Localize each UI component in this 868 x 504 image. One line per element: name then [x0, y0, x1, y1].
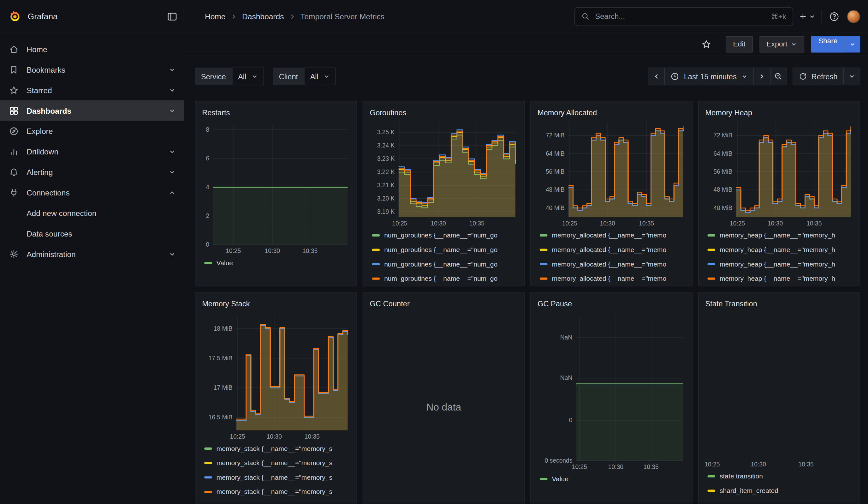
sidebar-item-drilldown[interactable]: Drilldown — [0, 141, 184, 162]
svg-text:16.5 MiB: 16.5 MiB — [209, 414, 232, 421]
sidebar-item-add-new-connection[interactable]: Add new connection — [0, 203, 184, 223]
legend: num_goroutines {__name__="num_gonum_goro… — [370, 228, 518, 286]
search-input[interactable] — [595, 12, 766, 21]
chevron-up-icon[interactable] — [169, 189, 175, 196]
svg-text:72 MiB: 72 MiB — [713, 132, 732, 138]
edit-button[interactable]: Edit — [726, 36, 753, 52]
panel-title[interactable]: GC Counter — [370, 297, 518, 311]
share-dropdown-button[interactable] — [845, 36, 860, 52]
time-series-chart[interactable]: 10:2510:3010:3518 MiB17.5 MiB17 MiB16.5 … — [202, 311, 351, 442]
breadcrumb-dashboards[interactable]: Dashboards — [242, 12, 284, 21]
sidebar-item-alerting[interactable]: Alerting — [0, 162, 184, 182]
sidebar-item-starred[interactable]: Starred — [0, 80, 184, 101]
svg-text:0: 0 — [206, 241, 209, 248]
legend-item[interactable]: memory_allocated {__name__="memo — [540, 228, 685, 243]
chevron-down-icon — [848, 73, 855, 80]
time-shift-back-button[interactable] — [648, 68, 665, 85]
dashboard-main: Edit Export Share — [184, 33, 868, 504]
legend-item[interactable]: num_goroutines {__name__="num_go — [372, 243, 518, 257]
export-button[interactable]: Export — [760, 36, 805, 52]
mega-menu-toggle-icon[interactable] — [167, 11, 178, 22]
help-button[interactable] — [827, 8, 841, 25]
time-series-chart[interactable]: 10:2510:3010:35 — [705, 311, 854, 469]
share-button[interactable]: Share — [811, 36, 845, 52]
chevron-down-icon[interactable] — [169, 86, 175, 93]
legend-item[interactable]: memory_stack {__name__="memory_s — [204, 485, 350, 499]
sidebar-item-label: Starred — [27, 85, 52, 94]
legend-item[interactable]: num_goroutines {__name__="num_go — [372, 257, 518, 271]
sidebar-item-dashboards[interactable]: Dashboards — [0, 100, 184, 121]
legend-label: memory_heap {__name__="memory_h — [720, 260, 835, 268]
legend-item[interactable]: memory_allocated {__name__="memo — [540, 243, 685, 257]
client-value-dropdown[interactable]: All — [304, 68, 336, 85]
panel-title[interactable]: State Transition — [705, 297, 853, 311]
legend-item[interactable]: memory_heap {__name__="memory_h — [707, 271, 853, 286]
legend-item[interactable]: shard_item_created — [707, 483, 853, 498]
panel-state-transition: State Transition 10:2510:3010:35 state t… — [698, 292, 860, 503]
sidebar-item-label: Bookmarks — [27, 65, 65, 74]
chevron-down-icon[interactable] — [169, 66, 175, 73]
chevron-down-icon — [809, 13, 815, 20]
legend-item[interactable]: state transition — [707, 469, 853, 483]
legend-item[interactable]: memory_heap {__name__="memory_h — [707, 257, 853, 271]
zoom-out-button[interactable] — [770, 68, 787, 85]
legend-swatch — [372, 248, 380, 251]
chevron-down-icon[interactable] — [169, 169, 175, 175]
chevron-down-icon[interactable] — [169, 107, 175, 114]
refresh-button[interactable]: Refresh — [793, 68, 844, 85]
sidebar-item-connections[interactable]: Connections — [0, 182, 184, 203]
legend-item[interactable]: memory_allocated {__name__="memo — [540, 271, 685, 286]
search-box[interactable]: ⌘+k — [574, 7, 794, 26]
service-value-dropdown[interactable]: All — [232, 68, 264, 85]
legend-item[interactable]: memory_stack {__name__="memory_s — [204, 442, 350, 456]
svg-text:72 MiB: 72 MiB — [546, 132, 565, 138]
time-series-chart[interactable]: 10:2510:3010:3586420 — [202, 120, 351, 256]
panel-title[interactable]: Restarts — [202, 106, 350, 120]
panel-title[interactable]: GC Pause — [538, 297, 685, 311]
sidebar-item-label: Data sources — [27, 229, 72, 238]
legend-item[interactable]: num_goroutines {__name__="num_go — [372, 271, 518, 286]
share-split-button: Share — [811, 36, 860, 52]
panel-title[interactable]: Memory Stack — [202, 297, 350, 311]
legend-item[interactable]: num_goroutines {__name__="num_go — [372, 228, 518, 243]
breadcrumb-home[interactable]: Home — [205, 12, 226, 21]
legend-item[interactable]: Value — [540, 472, 685, 486]
refresh-interval-dropdown[interactable] — [843, 68, 860, 85]
legend-item[interactable]: memory_stack {__name__="memory_s — [204, 456, 350, 470]
sidebar-item-bookmarks[interactable]: Bookmarks — [0, 59, 184, 80]
chevron-down-icon[interactable] — [169, 251, 175, 257]
legend-item[interactable]: memory_heap {__name__="memory_h — [707, 243, 853, 257]
sidebar-item-home[interactable]: Home — [0, 39, 184, 59]
svg-text:10:35: 10:35 — [302, 248, 318, 254]
legend-item[interactable]: Value — [204, 256, 350, 270]
time-range-picker[interactable]: Last 15 minutes — [664, 68, 754, 85]
legend-item[interactable]: memory_allocated {__name__="memo — [540, 257, 685, 271]
star-icon — [702, 39, 712, 49]
sidebar-item-administration[interactable]: Administration — [0, 244, 184, 264]
svg-text:10:35: 10:35 — [304, 433, 319, 440]
panel-title[interactable]: Memory Allocated — [538, 106, 685, 117]
chevron-down-icon[interactable] — [169, 148, 175, 155]
time-shift-forward-button[interactable] — [753, 68, 770, 85]
new-button[interactable] — [799, 8, 816, 25]
legend: Value — [202, 256, 350, 270]
dashboards-grid-icon — [9, 105, 19, 116]
svg-text:40 MiB: 40 MiB — [546, 205, 565, 211]
panel-title[interactable]: Memory Heap — [705, 106, 853, 117]
legend-label: memory_stack {__name__="memory_s — [217, 474, 332, 482]
legend-item[interactable]: memory_stack {__name__="memory_s — [204, 470, 350, 485]
time-series-chart[interactable]: 10:2510:3010:35NaNNaN00 seconds — [538, 311, 686, 472]
chevron-down-icon — [323, 73, 330, 80]
panel-title[interactable]: Goroutines — [370, 106, 518, 117]
brand-area: Grafana — [0, 0, 184, 32]
sidebar-item-data-sources[interactable]: Data sources — [0, 223, 184, 244]
legend: memory_stack {__name__="memory_smemory_s… — [202, 442, 350, 499]
sidebar-item-label: Administration — [27, 249, 76, 258]
time-series-chart[interactable]: 10:2510:3010:3572 MiB64 MiB56 MiB48 MiB4… — [538, 117, 686, 228]
time-series-chart[interactable]: 10:2510:3010:3572 MiB64 MiB56 MiB48 MiB4… — [705, 117, 854, 228]
sidebar-item-explore[interactable]: Explore — [0, 121, 184, 141]
favorite-star-button[interactable] — [700, 36, 714, 52]
legend-item[interactable]: memory_heap {__name__="memory_h — [707, 228, 853, 243]
time-series-chart[interactable]: 10:2510:3010:353.25 K3.24 K3.23 K3.22 K3… — [370, 117, 519, 228]
avatar[interactable] — [847, 10, 860, 23]
